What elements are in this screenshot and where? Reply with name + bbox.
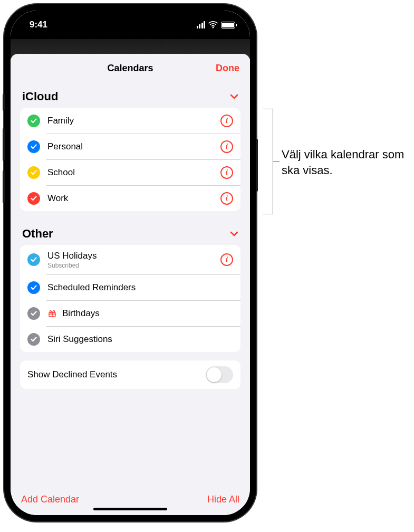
wifi-icon [208,21,218,28]
content-scroll[interactable]: iCloud Family i [11,82,250,483]
check-icon[interactable] [27,307,40,320]
calendar-label: Birthdays [62,308,233,319]
calendar-label: School [47,167,213,178]
bottom-bar: Add Calendar Hide All [11,483,250,515]
calendar-row-siri-suggestions[interactable]: Siri Suggestions [20,326,240,352]
info-icon[interactable]: i [220,253,233,266]
check-icon[interactable] [27,281,40,294]
toggle-label: Show Declined Events [27,369,117,380]
check-icon[interactable] [27,192,40,205]
calendar-row-school[interactable]: School i [20,159,240,185]
calendar-label: Scheduled Reminders [47,282,233,293]
hide-all-button[interactable]: Hide All [207,494,239,505]
calendar-label: Work [47,193,213,204]
calendar-row-scheduled-reminders[interactable]: Scheduled Reminders [20,274,240,300]
status-time: 9:41 [30,20,47,30]
cellular-icon [197,21,206,28]
volume-up-button [3,128,5,161]
side-button [256,139,258,192]
section-header-icloud: iCloud [20,82,240,108]
info-icon[interactable]: i [220,192,233,205]
section-title-other: Other [22,227,53,241]
check-icon[interactable] [27,115,40,127]
status-icons [197,21,236,28]
calendar-label: Siri Suggestions [47,334,233,345]
gift-icon [47,309,57,318]
silent-switch [3,94,5,111]
calendar-row-family[interactable]: Family i [20,108,240,134]
chevron-down-icon[interactable] [230,92,238,101]
group-other: US Holidays Subscribed i Scheduled Remin… [20,245,240,352]
calendar-label: Personal [47,141,213,152]
info-icon[interactable]: i [220,140,233,153]
switch-declined-events[interactable] [206,366,233,383]
calendar-row-personal[interactable]: Personal i [20,134,240,159]
calendar-label: Family [47,116,213,126]
toggle-row-declined-events: Show Declined Events [20,360,240,389]
callout-text: Välj vilka kalendrar som ska visas. [282,147,408,178]
add-calendar-button[interactable]: Add Calendar [21,494,79,505]
phone-frame: 9:41 Calendars Done [4,4,256,521]
info-icon[interactable]: i [220,166,233,179]
check-icon[interactable] [27,140,40,153]
calendars-sheet: Calendars Done iCloud Family [11,54,250,515]
group-icloud: Family i Personal i School [20,108,240,211]
calendar-row-birthdays[interactable]: Birthdays [20,300,240,326]
section-header-other: Other [20,220,240,245]
callout-line [273,161,280,162]
calendar-row-us-holidays[interactable]: US Holidays Subscribed i [20,245,240,274]
section-title-icloud: iCloud [22,90,58,103]
toggle-group: Show Declined Events [20,360,240,389]
dynamic-island [97,19,164,38]
check-icon[interactable] [27,333,40,346]
calendar-sublabel: Subscribed [47,262,213,269]
callout-bracket [263,109,273,214]
check-icon[interactable] [27,253,40,266]
battery-icon [221,22,235,28]
done-button[interactable]: Done [216,63,239,74]
screen: 9:41 Calendars Done [11,11,250,515]
check-icon[interactable] [27,166,40,179]
calendar-label: US Holidays [47,251,213,261]
chevron-down-icon[interactable] [230,229,238,239]
nav-bar: Calendars Done [11,54,250,82]
nav-title: Calendars [107,63,153,74]
home-indicator [93,508,167,510]
volume-down-button [3,170,5,203]
calendar-row-work[interactable]: Work i [20,185,240,211]
info-icon[interactable]: i [220,115,233,127]
